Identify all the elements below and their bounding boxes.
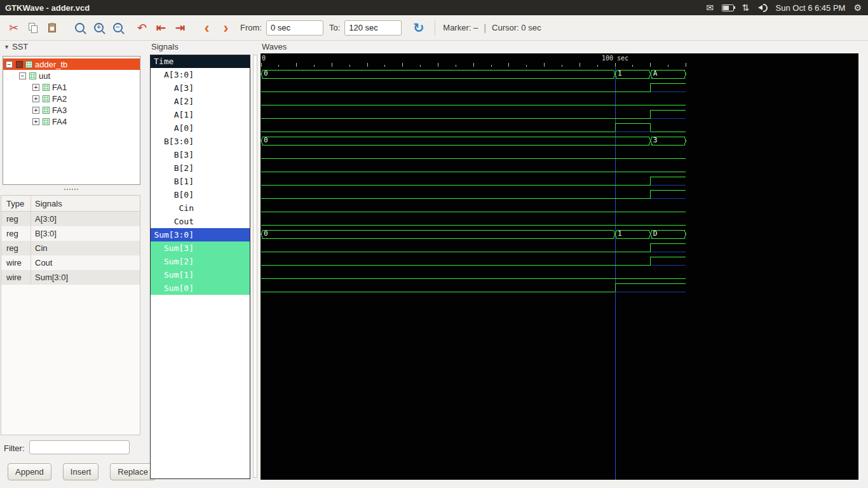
wave-trace-Sum[2][interactable] xyxy=(261,257,686,265)
signal-table-row[interactable]: regCin xyxy=(1,241,140,255)
expand-icon[interactable]: + xyxy=(32,118,39,125)
grid-icon xyxy=(43,95,50,102)
signal-list-item[interactable]: Cin xyxy=(151,201,250,215)
network-icon[interactable]: ⇅ xyxy=(742,3,750,12)
type-column-header[interactable]: Type xyxy=(1,196,31,211)
clock[interactable]: Sun Oct 6 6:45 PM xyxy=(776,3,846,13)
sound-wave-shape xyxy=(763,4,768,12)
replace-button[interactable]: Replace xyxy=(110,463,156,480)
signal-list-item[interactable]: B[1] xyxy=(151,175,250,188)
tree-item-FA3[interactable]: +FA3 xyxy=(3,104,140,116)
signal-table-row[interactable]: wireSum[3:0] xyxy=(1,270,140,285)
filter-label: Filter: xyxy=(4,444,25,453)
copy-button[interactable] xyxy=(24,19,41,36)
signal-list-item[interactable]: B[2] xyxy=(151,161,250,175)
collapse-icon[interactable]: − xyxy=(19,72,26,79)
signal-list-item[interactable]: B[0] xyxy=(151,188,250,201)
signal-list-item[interactable]: B[3] xyxy=(151,148,250,161)
tree-item-label: FA1 xyxy=(52,83,67,92)
wave-trace-Sum[0][interactable] xyxy=(261,283,686,292)
volume-icon[interactable] xyxy=(758,4,768,12)
wave-trace-A[3][interactable] xyxy=(261,83,686,92)
copy-icon xyxy=(27,22,39,34)
system-tray: ✉ ⇅ Sun Oct 6 6:45 PM ⚙ xyxy=(706,3,862,13)
status-divider: | xyxy=(484,22,486,33)
fetch-right-button[interactable]: › xyxy=(217,19,234,36)
wave-trace-Sum[3:0][interactable]: 01D xyxy=(261,229,686,238)
fetch-left-button[interactable]: ‹ xyxy=(198,19,215,36)
wave-canvas[interactable]: 0100 sec01A0301D xyxy=(261,53,858,480)
collapse-icon[interactable]: − xyxy=(6,61,13,68)
gear-icon[interactable]: ⚙ xyxy=(853,3,862,12)
signal-table-row[interactable]: regB[3:0] xyxy=(1,226,140,241)
signal-list-item[interactable]: A[1] xyxy=(151,108,250,121)
zoom-in-button[interactable]: + xyxy=(90,19,107,36)
wave-trace-B[0][interactable] xyxy=(261,190,686,198)
signal-list-item[interactable]: Sum[2] xyxy=(151,255,250,268)
signal-list-item[interactable]: Sum[0] xyxy=(151,281,250,295)
speaker-shape xyxy=(758,5,763,10)
to-input[interactable] xyxy=(344,20,402,36)
signal-list-item[interactable]: A[2] xyxy=(151,95,250,108)
mail-icon[interactable]: ✉ xyxy=(706,3,714,12)
tree-item-adder_tb[interactable]: −adder_tb xyxy=(3,58,140,70)
shift-right-button[interactable]: ⇥ xyxy=(172,19,189,36)
signal-table-row[interactable]: wireCout xyxy=(1,255,140,270)
wave-trace-B[3:0][interactable]: 03 xyxy=(261,136,686,145)
signal-list-item[interactable]: A[0] xyxy=(151,121,250,135)
signal-list-item[interactable]: A[3:0] xyxy=(151,68,250,81)
pane-splitter[interactable] xyxy=(64,189,78,190)
zoom-out-icon: − xyxy=(113,23,123,32)
tree-item-FA4[interactable]: +FA4 xyxy=(3,116,140,127)
tree-item-label: FA2 xyxy=(52,94,67,104)
signal-type-cell: wire xyxy=(1,255,31,270)
signal-table-row[interactable]: regA[3:0] xyxy=(1,212,140,226)
signals-column-header[interactable]: Signals xyxy=(31,199,62,208)
wave-trace-B[1][interactable] xyxy=(261,177,686,185)
signals-list: A[3:0]A[3]A[2]A[1]A[0]B[3:0]B[3]B[2]B[1]… xyxy=(151,68,250,295)
reload-button[interactable]: ↻ xyxy=(410,19,427,36)
time-column-header: Time xyxy=(151,55,250,68)
marker-status: Marker: – xyxy=(443,23,478,32)
insert-button[interactable]: Insert xyxy=(63,463,99,480)
tree-item-FA1[interactable]: +FA1 xyxy=(3,81,140,93)
sst-tree[interactable]: −adder_tb−uut+FA1+FA2+FA3+FA4 xyxy=(3,56,140,185)
to-label: To: xyxy=(329,23,340,32)
expand-icon[interactable]: + xyxy=(32,107,39,114)
from-label: From: xyxy=(240,23,262,32)
sst-collapse-icon[interactable]: ▼ xyxy=(4,44,10,50)
signal-list-item[interactable]: Cout xyxy=(151,215,250,228)
svg-text:A: A xyxy=(653,69,658,78)
sst-header: SST xyxy=(12,42,28,51)
signals-scrollbar[interactable] xyxy=(253,55,257,478)
signal-list-item[interactable]: A[3] xyxy=(151,81,250,95)
expand-icon[interactable]: + xyxy=(32,84,39,91)
zoom-undo-button[interactable]: ↶ xyxy=(133,19,151,36)
battery-icon[interactable] xyxy=(722,4,734,11)
shift-left-button[interactable]: ⇤ xyxy=(153,19,170,36)
from-input[interactable] xyxy=(266,20,323,36)
wave-trace-Sum[3][interactable] xyxy=(261,243,686,252)
signal-list-item[interactable]: Sum[3:0] xyxy=(151,228,250,241)
svg-text:0: 0 xyxy=(264,136,268,144)
grid-icon xyxy=(43,118,50,125)
signal-list-item[interactable]: B[3:0] xyxy=(151,135,250,148)
wave-trace-A[1][interactable] xyxy=(261,110,686,118)
signal-list-item[interactable]: Sum[3] xyxy=(151,241,250,255)
tree-item-FA2[interactable]: +FA2 xyxy=(3,93,140,104)
signal-name-cell: Cin xyxy=(31,243,48,253)
append-button[interactable]: Append xyxy=(8,463,51,480)
signal-list-item[interactable]: Sum[1] xyxy=(151,268,250,281)
filter-input[interactable] xyxy=(29,440,130,454)
tree-item-uut[interactable]: −uut xyxy=(3,70,140,81)
signal-name-cell: Cout xyxy=(31,258,52,268)
zoom-fit-button[interactable] xyxy=(71,19,88,36)
signal-table-header: Type Signals xyxy=(1,196,140,212)
zoom-out-button[interactable]: − xyxy=(109,19,126,36)
cut-button[interactable]: ✂ xyxy=(5,19,22,36)
wave-trace-A[0][interactable] xyxy=(261,123,686,132)
grid-icon xyxy=(43,84,50,91)
paste-button[interactable] xyxy=(43,19,60,36)
wave-trace-A[3:0][interactable]: 01A xyxy=(261,69,686,78)
expand-icon[interactable]: + xyxy=(32,95,39,102)
